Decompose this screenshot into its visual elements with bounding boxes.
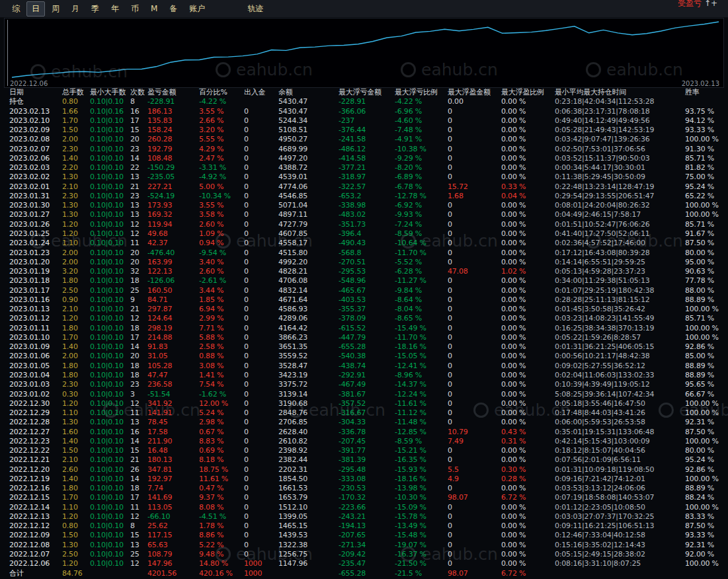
cell-total-lots: 2.00 [62,135,90,144]
cell-count: 9 [130,295,147,305]
cell-max-float-gain: 0 [448,135,501,144]
table-row[interactable]: 2023.01.020.300.10|0.103-51.54-1.62 %031… [0,390,728,399]
menu-item-轨迹[interactable]: 轨迹 [242,1,268,17]
table-row[interactable]: 2023.02.072.300.10|0.1023192.794.29 %046… [0,145,728,154]
cell-date: 2022.12.13 [9,512,62,521]
menu-item-M[interactable]: M [145,2,163,15]
table-row[interactable]: 2023.01.041.800.10|0.101847.471.41 %0342… [0,371,728,380]
cell-deposit: 0 [244,305,278,314]
cell-pl-amount: 16.48 [147,446,199,455]
cell-min-max-lots: 0.10|0.10 [90,97,130,106]
cell-min-max-lots: 0.10|0.10 [90,145,130,154]
cell-max-float-loss-pct: -8.20 % [395,163,448,173]
cell-total-lots: 2.50 [62,550,90,559]
cell-max-float-gain-pct: 6.72 % [501,493,555,502]
table-row[interactable]: 2023.01.202.000.10|0.1020163.993.40 %049… [0,258,728,267]
open-positions-row[interactable]: 持仓0.800.10|0.108-228.91-4.22 %5430.47-22… [0,97,728,106]
table-row[interactable]: 2022.12.291.100.10|0.1011141.915.24 %028… [0,408,728,418]
menu-item-季[interactable]: 季 [86,1,104,17]
table-row[interactable]: 2022.12.202.600.10|0.1026347.8118.75 %02… [0,465,728,475]
cell-balance: 4515.80 [278,249,339,258]
cell-deposit: 0 [244,324,278,333]
cell-deposit: 0 [244,484,278,493]
table-row[interactable]: 2023.02.131.660.10|0.1616186.133.55 %054… [0,107,728,116]
table-row[interactable]: 2023.01.172.500.10|0.1025160.503.44 %048… [0,286,728,295]
cell-total-lots: 1.80 [62,324,90,333]
table-row[interactable]: 2023.02.082.000.10|0.1020260.285.55 %049… [0,135,728,144]
cell-max-float-loss: -336.78 [339,428,395,437]
cell-min-max-lots: 0.10|0.10 [90,163,130,173]
menu-item-综[interactable]: 综 [7,1,25,17]
table-row[interactable]: 2023.01.181.800.10|0.1018-126.06-2.61 %0… [0,276,728,286]
cell-holding-time: 0:05:15|2:49:15|28:38:02 [555,550,685,559]
menu-item-日[interactable]: 日 [26,1,45,17]
menu-item-备[interactable]: 备 [164,1,182,17]
table-row[interactable]: 2023.01.301.300.10|0.1013173.933.55 %050… [0,201,728,210]
table-row[interactable]: 2022.12.072.500.10|0.1025108.799.48 %012… [0,550,728,559]
cell-max-float-gain-pct: 1.02 % [501,267,555,276]
cell-max-float-loss: -447.79 [339,333,395,342]
table-row[interactable]: 2023.02.061.400.10|0.1014108.482.47 %044… [0,154,728,163]
menu-item-年[interactable]: 年 [106,1,124,17]
menu-item-账户[interactable]: 账户 [184,1,210,17]
table-row[interactable]: 2022.12.131.200.10|0.1012-66.10-4.51 %01… [0,512,728,521]
table-row[interactable]: 2023.01.312.300.10|0.1023-524.19-10.34 %… [0,192,728,201]
table-row[interactable]: 2022.12.141.100.10|0.1011113.058.08 %015… [0,503,728,512]
table-row[interactable]: 2022.12.281.300.10|0.101378.452.98 %0270… [0,418,728,427]
table-row[interactable]: 2023.01.062.000.10|0.102031.050.88 %0355… [0,352,728,361]
table-row[interactable]: 2023.01.121.200.10|0.1012124.642.99 %042… [0,314,728,323]
table-row[interactable]: 2022.12.081.300.10|0.101365.635.22 %0132… [0,541,728,550]
table-row[interactable]: 2023.02.101.700.10|0.1017135.832.66 %052… [0,116,728,126]
table-row[interactable]: 2023.01.032.300.10|0.1023236.587.54 %033… [0,380,728,389]
table-row[interactable]: 2023.01.241.100.10|0.101142.370.94 %0455… [0,239,728,248]
table-row[interactable]: 2023.01.271.300.10|0.1013169.323.58 %048… [0,210,728,219]
table-row[interactable]: 2023.02.021.300.10|0.1013-235.05-4.92 %0… [0,173,728,182]
total-row[interactable]: 合计84.764201.56420.16 %1000-655.28-21.5 %… [0,569,728,578]
table-row[interactable]: 2023.02.091.500.10|0.1015158.243.20 %051… [0,126,728,135]
cell-min-max-lots: 0.10|0.10 [90,314,130,323]
menu-item-币[interactable]: 币 [126,1,144,17]
cell-max-float-gain: 98.07 [448,493,501,502]
table-row[interactable]: 2023.01.051.800.10|0.1018105.283.08 %035… [0,362,728,371]
table-row[interactable]: 2022.12.120.800.10|0.10825.621.78 %01465… [0,521,728,531]
cell-max-float-gain-pct: 0.00 % [501,390,555,399]
table-row[interactable]: 2022.12.091.500.10|0.1015117.158.86 %014… [0,531,728,540]
cell-win-rate: 88.89 % [685,295,728,305]
table-row[interactable]: 2022.12.271.600.10|0.101617.580.67 %0262… [0,428,728,437]
table-row[interactable]: 2023.01.232.000.10|0.1020-476.40-9.54 %0… [0,249,728,258]
table-row[interactable]: 2023.01.251.200.10|0.101249.681.09 %0460… [0,229,728,239]
cell-pl-amount: -51.54 [147,390,199,399]
cell-max-float-loss-pct: -8.59 % [395,437,448,446]
table-row[interactable]: 2023.01.193.200.10|0.1032122.132.60 %048… [0,267,728,276]
table-row[interactable]: 2022.12.212.100.10|0.1021180.138.18 %023… [0,455,728,465]
table-row[interactable]: 2023.01.111.800.10|0.1018298.197.71 %041… [0,324,728,333]
cell-total-lots: 0.80 [62,97,90,106]
table-row[interactable]: 2023.02.012.100.10|0.1021227.215.00 %047… [0,182,728,192]
table-row[interactable]: 2022.12.221.500.10|0.101516.480.69 %0239… [0,446,728,455]
table-row[interactable]: 2023.01.160.900.10|0.10984.711.85 %04671… [0,295,728,305]
menu-item-周[interactable]: 周 [46,1,65,17]
table-row[interactable]: 2023.01.261.200.10|0.1012119.942.60 %047… [0,220,728,229]
cell-max-float-loss: -295.53 [339,267,395,276]
table-row[interactable]: 2022.12.301.200.10|0.1012341.9212.00 %03… [0,399,728,408]
table-row[interactable]: 2022.12.151.700.10|0.1017141.699.37 %016… [0,493,728,502]
cell-max-float-gain-pct: 0.00 % [501,455,555,465]
table-row[interactable]: 2022.12.231.400.10|0.1014211.908.83 %026… [0,437,728,446]
cell-win-rate: 77.78 % [685,276,728,286]
table-row[interactable]: 2022.12.161.800.10|0.10187.740.47 %01661… [0,484,728,493]
table-row[interactable]: 2023.01.091.400.10|0.101491.832.58 %0365… [0,342,728,352]
table-row[interactable]: 2022.12.191.400.10|0.1014192.9711.61 %01… [0,475,728,484]
cell-total-lots: 1.30 [62,541,90,550]
cell-max-float-gain: 7.49 [448,437,501,446]
cell-max-float-gain-pct: 0.00 % [501,201,555,210]
table-row[interactable]: 2023.01.101.700.10|0.1017214.885.88 %038… [0,333,728,342]
cell-min-max-lots: 0.10|0.10 [90,484,130,493]
menu-item-月[interactable]: 月 [66,1,85,17]
cell-max-float-gain: 0 [448,126,501,135]
table-row[interactable]: 2023.02.032.200.10|0.1022-150.29-3.31 %0… [0,163,728,173]
cell-percent: -1.62 % [199,390,244,399]
table-row[interactable]: 2023.01.132.100.10|0.1021297.876.94 %045… [0,305,728,314]
cell-pl-amount: 49.68 [147,229,199,239]
table-row[interactable]: 2022.12.061.200.10|0.1012147.9614.80 %10… [0,559,728,568]
cell-max-float-gain: 0 [448,550,501,559]
